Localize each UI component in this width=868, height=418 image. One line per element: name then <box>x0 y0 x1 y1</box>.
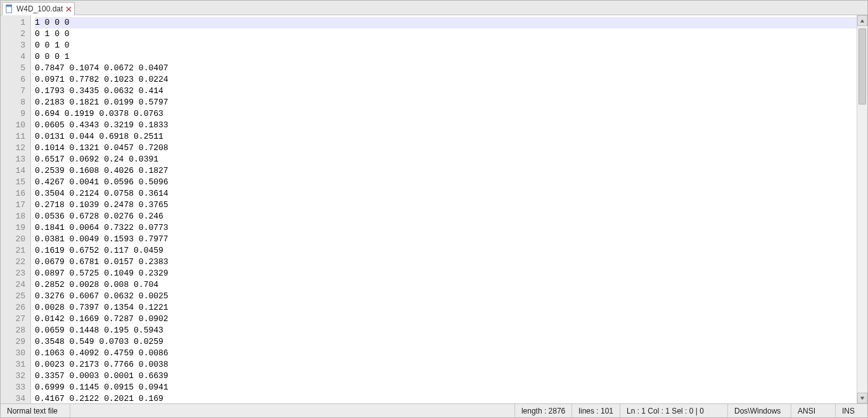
line-number: 1 <box>1 17 25 28</box>
line-number: 5 <box>1 63 25 74</box>
code-line[interactable]: 0.1841 0.0064 0.7322 0.0773 <box>35 222 857 234</box>
svg-marker-4 <box>860 19 864 22</box>
line-number: 19 <box>1 222 25 234</box>
line-number: 25 <box>1 291 25 302</box>
scroll-up-arrow[interactable] <box>857 15 867 26</box>
code-line[interactable]: 0.0659 0.1448 0.195 0.5943 <box>35 325 857 336</box>
line-number-gutter: 1234567891011121314151617181920212223242… <box>1 15 31 403</box>
line-number: 4 <box>1 51 25 63</box>
code-line[interactable]: 0.1619 0.6752 0.117 0.0459 <box>35 245 857 256</box>
status-lines: lines : 101 <box>572 404 620 417</box>
code-line[interactable]: 0.3504 0.2124 0.0758 0.3614 <box>35 188 857 200</box>
scroll-track[interactable] <box>857 26 867 393</box>
file-tab[interactable]: W4D_100.dat <box>2 2 75 15</box>
code-line[interactable]: 0.0142 0.1669 0.7287 0.0902 <box>35 314 857 325</box>
code-line[interactable]: 1 0 0 0 <box>35 17 857 28</box>
line-number: 13 <box>1 154 25 165</box>
status-bar: Normal text file length : 2876 lines : 1… <box>1 403 867 417</box>
code-line[interactable]: 0.2539 0.1608 0.4026 0.1827 <box>35 165 857 177</box>
status-spacer <box>70 404 515 417</box>
line-number: 2 <box>1 28 25 40</box>
code-line[interactable]: 0.0536 0.6728 0.0276 0.246 <box>35 211 857 222</box>
status-position: Ln : 1 Col : 1 Sel : 0 | 0 <box>620 404 728 417</box>
code-line[interactable]: 0.2852 0.0028 0.008 0.704 <box>35 279 857 291</box>
line-number: 29 <box>1 336 25 348</box>
code-line[interactable]: 0.694 0.1919 0.0378 0.0763 <box>35 108 857 120</box>
code-line[interactable]: 0.3548 0.549 0.0703 0.0259 <box>35 336 857 348</box>
code-line[interactable]: 0.0605 0.4343 0.3219 0.1833 <box>35 120 857 131</box>
line-number: 27 <box>1 314 25 325</box>
svg-marker-5 <box>860 396 864 400</box>
status-length: length : 2876 <box>515 404 572 417</box>
status-filetype: Normal text file <box>1 404 70 417</box>
vertical-scrollbar[interactable] <box>857 15 867 403</box>
line-number: 7 <box>1 86 25 97</box>
line-number: 3 <box>1 40 25 51</box>
code-line[interactable]: 0 1 0 0 <box>35 28 857 40</box>
line-number: 22 <box>1 256 25 268</box>
line-number: 34 <box>1 393 25 403</box>
editor-window: W4D_100.dat 1234567891011121314151617181… <box>0 0 868 418</box>
line-number: 23 <box>1 268 25 279</box>
line-number: 10 <box>1 120 25 131</box>
code-line[interactable]: 0.0381 0.0049 0.1593 0.7977 <box>35 234 857 245</box>
status-eol: Dos\Windows <box>728 404 791 417</box>
line-number: 32 <box>1 370 25 382</box>
code-line[interactable]: 0.1793 0.3435 0.0632 0.414 <box>35 86 857 97</box>
line-number: 30 <box>1 348 25 359</box>
status-insert-mode: INS <box>836 404 867 417</box>
line-number: 16 <box>1 188 25 200</box>
line-number: 14 <box>1 165 25 177</box>
line-number: 15 <box>1 177 25 188</box>
code-line[interactable]: 0 0 0 1 <box>35 51 857 63</box>
editor-area: 1234567891011121314151617181920212223242… <box>1 15 867 403</box>
status-encoding: ANSI <box>791 404 836 417</box>
line-number: 6 <box>1 74 25 86</box>
code-line[interactable]: 0.4167 0.2122 0.2021 0.169 <box>35 393 857 403</box>
line-number: 12 <box>1 142 25 154</box>
line-number: 33 <box>1 382 25 393</box>
line-number: 26 <box>1 302 25 314</box>
code-line[interactable]: 0.0971 0.7782 0.1023 0.0224 <box>35 74 857 86</box>
line-number: 9 <box>1 108 25 120</box>
svg-rect-1 <box>6 5 12 7</box>
code-line[interactable]: 0.0679 0.6781 0.0157 0.2383 <box>35 256 857 268</box>
code-line[interactable]: 0.2183 0.1821 0.0199 0.5797 <box>35 97 857 108</box>
line-number: 17 <box>1 200 25 211</box>
code-line[interactable]: 0.1014 0.1321 0.0457 0.7208 <box>35 142 857 154</box>
code-line[interactable]: 0.6999 0.1145 0.0915 0.0941 <box>35 382 857 393</box>
code-line[interactable]: 0.0131 0.044 0.6918 0.2511 <box>35 131 857 142</box>
file-icon <box>5 4 14 13</box>
line-number: 20 <box>1 234 25 245</box>
line-number: 28 <box>1 325 25 336</box>
code-line[interactable]: 0.6517 0.0692 0.24 0.0391 <box>35 154 857 165</box>
scroll-down-arrow[interactable] <box>857 393 867 403</box>
code-line[interactable]: 0.1063 0.4092 0.4759 0.0086 <box>35 348 857 359</box>
code-line[interactable]: 0.0023 0.2173 0.7766 0.0038 <box>35 359 857 370</box>
tab-bar: W4D_100.dat <box>1 1 867 15</box>
tab-filename: W4D_100.dat <box>16 4 63 13</box>
code-line[interactable]: 0 0 1 0 <box>35 40 857 51</box>
line-number: 21 <box>1 245 25 256</box>
code-line[interactable]: 0.3276 0.6067 0.0632 0.0025 <box>35 291 857 302</box>
code-line[interactable]: 0.3357 0.0003 0.0001 0.6639 <box>35 370 857 382</box>
code-content[interactable]: 1 0 0 00 1 0 00 0 1 00 0 0 10.7847 0.107… <box>31 15 857 403</box>
code-line[interactable]: 0.0028 0.7397 0.1354 0.1221 <box>35 302 857 314</box>
close-icon[interactable] <box>65 6 72 12</box>
line-number: 24 <box>1 279 25 291</box>
scroll-thumb[interactable] <box>858 28 866 104</box>
code-line[interactable]: 0.7847 0.1074 0.0672 0.0407 <box>35 63 857 74</box>
line-number: 31 <box>1 359 25 370</box>
line-number: 18 <box>1 211 25 222</box>
code-line[interactable]: 0.0897 0.5725 0.1049 0.2329 <box>35 268 857 279</box>
line-number: 11 <box>1 131 25 142</box>
code-line[interactable]: 0.4267 0.0041 0.0596 0.5096 <box>35 177 857 188</box>
line-number: 8 <box>1 97 25 108</box>
code-line[interactable]: 0.2718 0.1039 0.2478 0.3765 <box>35 200 857 211</box>
